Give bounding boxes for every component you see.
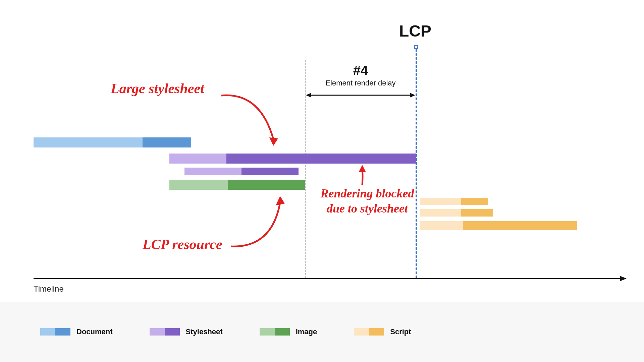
svg-marker-3 (269, 137, 278, 146)
bar-image (169, 180, 305, 190)
axis-arrowhead-icon (620, 275, 627, 282)
legend-swatch-document (40, 328, 70, 336)
svg-marker-4 (276, 196, 285, 205)
subdiagram-number: #4 (305, 63, 416, 78)
arrow-rendering-blocked-icon (356, 165, 369, 186)
legend-swatch-image (260, 328, 290, 336)
bar-stylesheet-small (184, 168, 299, 175)
subdiagram-text: Element render delay (305, 79, 416, 87)
annotation-large-stylesheet: Large stylesheet (111, 80, 204, 97)
legend-item-stylesheet: Stylesheet (150, 327, 223, 336)
svg-marker-1 (306, 93, 311, 98)
svg-marker-2 (410, 93, 415, 98)
legend-label: Script (390, 327, 411, 336)
arrow-lcp-resource-icon (228, 193, 288, 251)
axis-label: Timeline (34, 284, 64, 294)
legend: Document Stylesheet Image Script (0, 302, 644, 362)
svg-marker-6 (620, 276, 627, 281)
legend-label: Stylesheet (186, 327, 223, 336)
legend-item-document: Document (40, 327, 113, 336)
lcp-marker-icon (414, 45, 418, 49)
annotation-lcp-resource: LCP resource (143, 236, 222, 252)
bar-stylesheet-large (169, 154, 416, 164)
subdiagram-label: #4 Element render delay (305, 63, 416, 87)
legend-swatch-stylesheet (150, 328, 180, 336)
bar-script-2 (420, 209, 493, 217)
timeline-axis (34, 278, 623, 279)
legend-label: Document (76, 327, 113, 336)
legend-item-image: Image (260, 327, 317, 336)
bar-script-3 (420, 221, 577, 230)
range-arrow-icon (306, 91, 415, 99)
legend-item-script: Script (354, 327, 411, 336)
lcp-title: LCP (399, 22, 431, 40)
chart-area: LCP #4 Element render delay Large styles… (34, 34, 624, 275)
legend-swatch-script (354, 328, 384, 336)
annotation-rendering-blocked: Rendering blocked due to stylesheet (320, 186, 414, 216)
bar-document (34, 137, 191, 147)
legend-label: Image (296, 327, 317, 336)
svg-marker-5 (359, 165, 366, 172)
arrow-large-stylesheet-icon (220, 90, 283, 151)
bar-script-1 (420, 198, 488, 205)
